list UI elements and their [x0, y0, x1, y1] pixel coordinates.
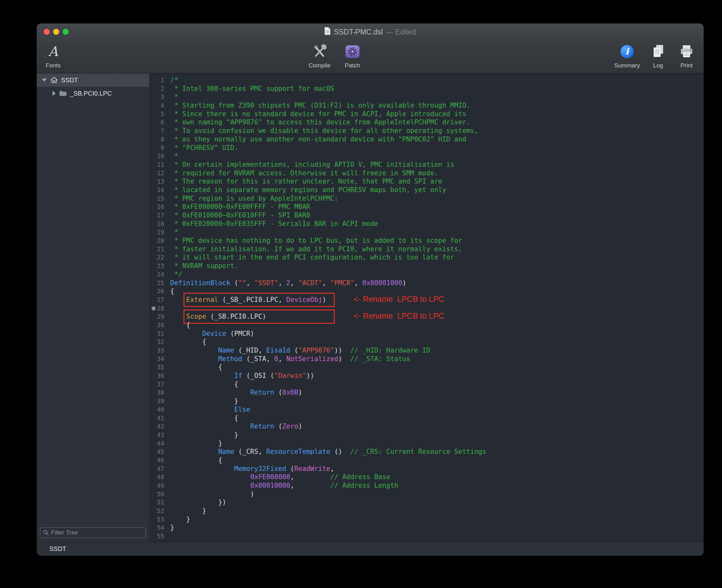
patch-button[interactable]: Patch	[337, 43, 368, 69]
code-line[interactable]: 33 Name (_HID, EisaId ("APP9876")) // _H…	[150, 346, 704, 355]
window-title-text: SSDT-PMC.dsl	[334, 28, 383, 36]
tree-item-label: SSDT	[61, 77, 78, 84]
code-line[interactable]: 27 External (_SB_.PCI0.LPC, DeviceObj)<-…	[150, 296, 704, 304]
code-line[interactable]: 4 * Starting from Z390 chipsets PMC (D31…	[150, 101, 704, 110]
code-text: {	[164, 338, 206, 346]
code-line[interactable]: 29 Scope (_SB.PCI0.LPC)<- Rename LPCB to…	[150, 312, 704, 321]
code-line[interactable]: 9 * "PCHRESV" UID.	[150, 144, 704, 152]
code-text: * Intel 300-series PMC support for macOS	[164, 84, 334, 93]
code-line[interactable]: 22 * it will start in the end of PCI con…	[150, 253, 704, 262]
code-line[interactable]: 49 0x00010000, // Address Length	[150, 481, 704, 490]
disclosure-right-icon[interactable]	[52, 91, 56, 96]
code-line[interactable]: 47 Memory32Fixed (ReadWrite,	[150, 465, 704, 473]
print-label: Print	[680, 62, 693, 69]
code-line[interactable]: 25DefinitionBlock ("", "SSDT", 2, "ACDT"…	[150, 279, 704, 287]
code-line[interactable]: 40 Else	[150, 405, 704, 414]
code-line[interactable]: 35 {	[150, 363, 704, 372]
line-number: 16	[150, 203, 164, 211]
code-line[interactable]: 15 * PMC region is used by AppleIntelPCH…	[150, 194, 704, 203]
code-line[interactable]: 55	[150, 532, 704, 541]
code-line[interactable]: 30 {	[150, 321, 704, 330]
info-icon: i	[620, 45, 634, 58]
code-line[interactable]: 16 * 0xFE000000~0xFE00FFFF - PMC MBAR	[150, 203, 704, 211]
code-line[interactable]: 41 {	[150, 414, 704, 422]
code-line[interactable]: 45 Name (_CRS, ResourceTemplate () // _C…	[150, 447, 704, 456]
code-line[interactable]: 21 * faster initialisation. If we add it…	[150, 245, 704, 253]
code-text: {	[164, 456, 222, 465]
sidebar-tree: SSDT _SB.PCI0.LPC	[37, 74, 150, 542]
code-line[interactable]: 7 * To avoid confusion we disable this d…	[150, 127, 704, 135]
code-text: * located in separate memory regions and…	[164, 186, 446, 194]
code-text: *	[164, 93, 178, 101]
code-line[interactable]: 6 * own naming "APP9876" to access this …	[150, 118, 704, 127]
code-line[interactable]: 10 *	[150, 152, 704, 161]
fonts-button[interactable]: A Fonts	[38, 43, 68, 69]
disclosure-down-icon[interactable]	[42, 79, 47, 82]
code-line[interactable]: 50 )	[150, 490, 704, 499]
code-line[interactable]: 31 Device (PMCR)	[150, 330, 704, 338]
line-number: 43	[150, 431, 164, 439]
compile-button[interactable]: Compile	[304, 43, 335, 69]
code-text: }	[164, 397, 238, 405]
code-line[interactable]: 53 }	[150, 515, 704, 524]
red-highlight-box: Scope (_SB.PCI0.LPC)	[186, 312, 332, 321]
code-line[interactable]: 19 *	[150, 228, 704, 236]
sidebar-item-sb-pci0-lpc[interactable]: _SB.PCI0.LPC	[37, 87, 149, 100]
code-line[interactable]: 17 * 0xFE010000~0xFE010FFF - SPI BAR0	[150, 211, 704, 219]
line-number: 7	[150, 127, 164, 135]
code-line[interactable]: 46 {	[150, 456, 704, 465]
code-line[interactable]: 8 * as they normally use another non-sta…	[150, 135, 704, 144]
code-line[interactable]: 52 }	[150, 507, 704, 515]
code-line[interactable]: 20 * PMC device has nothing to do to LPC…	[150, 236, 704, 245]
code-text: 0xFE000000, // Address Base	[164, 473, 390, 481]
code-line[interactable]: 38 Return (0x0B)	[150, 388, 704, 397]
code-text: * 0xFE010000~0xFE010FFF - SPI BAR0	[164, 211, 311, 219]
print-button[interactable]: Print	[674, 43, 699, 69]
code-line[interactable]: 48 0xFE000000, // Address Base	[150, 473, 704, 481]
code-editor[interactable]: 1/*2 * Intel 300-series PMC support for …	[150, 74, 704, 542]
code-text: * NVRAM support.	[164, 262, 238, 270]
sidebar-item-ssdt[interactable]: SSDT	[37, 74, 149, 87]
filter-input[interactable]	[51, 529, 143, 536]
line-number: 18	[150, 219, 164, 228]
line-number: 5	[150, 110, 164, 118]
code-line[interactable]: 13 * The reason for this is rather uncle…	[150, 177, 704, 186]
filter-field[interactable]	[40, 527, 146, 538]
code-line[interactable]: 39 }	[150, 397, 704, 405]
code-line[interactable]: 43 }	[150, 431, 704, 439]
line-number: 10	[150, 152, 164, 161]
log-button[interactable]: Log	[645, 43, 671, 69]
line-number: 30	[150, 321, 164, 330]
code-line[interactable]: 51 })	[150, 498, 704, 507]
code-text: * own naming "APP9876" to access this de…	[164, 118, 470, 127]
code-line[interactable]: 24 */	[150, 270, 704, 279]
toolbar-center: Compile Patch	[304, 43, 368, 69]
code-line[interactable]: 14 * located in separate memory regions …	[150, 186, 704, 194]
code-line[interactable]: 36 If (_OSI ("Darwin"))	[150, 372, 704, 380]
code-line[interactable]: 32 {	[150, 338, 704, 346]
code-line[interactable]: 26{	[150, 287, 704, 296]
line-number: 35	[150, 363, 164, 372]
code-line[interactable]: 54}	[150, 523, 704, 532]
code-text: Name (_CRS, ResourceTemplate () // _CRS:…	[164, 447, 486, 456]
code-line[interactable]: 44 }	[150, 439, 704, 448]
code-line[interactable]: 34 Method (_STA, 0, NotSerialized) // _S…	[150, 355, 704, 363]
code-line[interactable]: 28	[150, 304, 704, 313]
code-line[interactable]: 18 * 0xFE020000~0xFE035FFF - SerialIo BA…	[150, 219, 704, 228]
code-line[interactable]: 42 Return (Zero)	[150, 422, 704, 431]
code-line[interactable]: 3 *	[150, 93, 704, 101]
line-number: 11	[150, 161, 164, 169]
code-line[interactable]: 5 * Since there is no standard device fo…	[150, 110, 704, 118]
code-line[interactable]: 12 * required for NVRAM access. Otherwis…	[150, 169, 704, 177]
summary-button[interactable]: i Summary	[612, 43, 642, 69]
line-number: 31	[150, 330, 164, 338]
code-line[interactable]: 37 {	[150, 380, 704, 388]
line-number: 54	[150, 523, 164, 532]
line-number: 41	[150, 414, 164, 422]
code-line[interactable]: 2 * Intel 300-series PMC support for mac…	[150, 84, 704, 93]
code-line[interactable]: 11 * On certain implementations, includi…	[150, 161, 704, 169]
patch-label: Patch	[345, 62, 360, 69]
code-text: })	[164, 498, 226, 507]
code-line[interactable]: 1/*	[150, 76, 704, 84]
code-line[interactable]: 23 * NVRAM support.	[150, 262, 704, 270]
